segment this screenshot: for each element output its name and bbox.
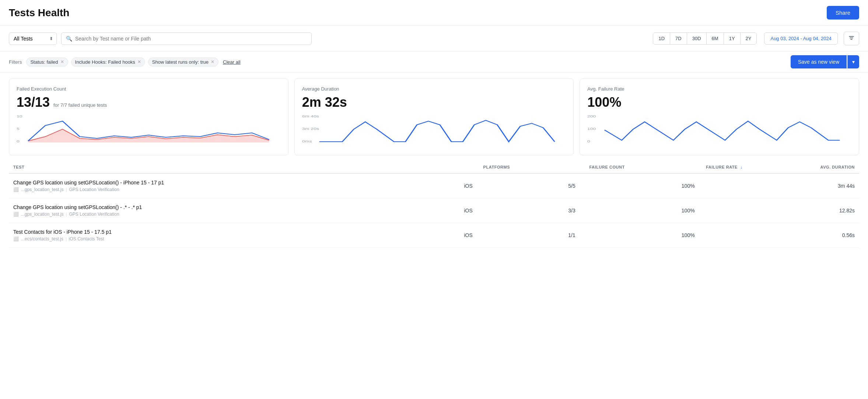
test-filter-select-wrap: All Tests ⬍ (9, 32, 57, 45)
time-btn-6m[interactable]: 6M (707, 33, 724, 44)
test-cell-2: Change GPS location using setGPSLocation… (9, 198, 422, 223)
time-range-buttons: 1D 7D 30D 6M 1Y 2Y (653, 32, 757, 45)
filter-tag-hooks-remove[interactable]: ✕ (137, 59, 141, 64)
test-file-3: ...ecs/contacts_test.js (21, 236, 63, 241)
failure-count-1: 5/5 (514, 173, 629, 198)
tests-table-section: TEST PLATFORMS FAILURE COUNT FAILURE RAT… (0, 161, 868, 257)
time-btn-7d[interactable]: 7D (670, 33, 687, 44)
card-failed-execution: Failed Execution Count 13/13 for 7/7 fai… (9, 78, 288, 155)
test-name-2: Change GPS location using setGPSLocation… (13, 204, 418, 210)
filter-tag-status-text: Status: failed (30, 59, 58, 65)
filter-tag-latest-runs-text: Show latest runs only: true (152, 59, 209, 65)
sort-icon: ↓ (741, 165, 743, 169)
filter-icon (848, 35, 854, 41)
file-icon-1: ⬜ (13, 187, 19, 192)
search-icon: 🔍 (66, 36, 72, 42)
test-name-1: Change GPS location using setGPSLocation… (13, 180, 418, 186)
card-failure-rate-label: Avg. Failure Rate (587, 86, 851, 92)
toolbar: All Tests ⬍ 🔍 1D 7D 30D 6M 1Y 2Y Aug 03,… (0, 26, 868, 52)
time-btn-2y[interactable]: 2Y (741, 33, 757, 44)
filter-tag-hooks[interactable]: Include Hooks: Failed hooks ✕ (71, 57, 145, 67)
filter-tag-latest-runs[interactable]: Show latest runs only: true ✕ (148, 57, 218, 67)
avg-duration-2: 12.82s (747, 198, 859, 223)
time-btn-30d[interactable]: 30D (687, 33, 707, 44)
save-view-button[interactable]: Save as new view (791, 55, 847, 68)
svg-text:200: 200 (587, 114, 596, 118)
filters-bar: Filters Status: failed ✕ Include Hooks: … (0, 52, 868, 73)
save-view-section: Save as new view ▾ (791, 55, 859, 68)
svg-text:5: 5 (17, 127, 20, 131)
search-input[interactable] (75, 36, 307, 42)
card-failed-sub: for 7/7 failed unique tests (53, 102, 107, 108)
sparkline-failed: 10 5 0 (17, 114, 281, 144)
failure-count-3: 1/1 (514, 223, 629, 248)
card-avg-duration-number: 2m 32s (302, 95, 347, 110)
chart-failed-execution: 10 5 0 (17, 114, 281, 148)
table-body: Change GPS location using setGPSLocation… (9, 173, 859, 248)
failure-count-2: 3/3 (514, 198, 629, 223)
col-test: TEST (9, 161, 422, 173)
table-header: TEST PLATFORMS FAILURE COUNT FAILURE RAT… (9, 161, 859, 173)
path-sep-2: | (66, 212, 67, 217)
test-cell-3: Test Contacts for iOS - iPhone 15 - 17.5… (9, 223, 422, 248)
page-header: Tests Health Share (0, 0, 868, 26)
test-file-1: ...gps_location_test.js (21, 187, 63, 192)
test-suite-1: GPS Location Verification (69, 187, 119, 192)
failure-rate-1: 100% (629, 173, 747, 198)
svg-text:100: 100 (587, 127, 596, 131)
test-path-3: ⬜ ...ecs/contacts_test.js | iOS Contacts… (13, 236, 418, 241)
file-icon-3: ⬜ (13, 236, 19, 241)
save-view-dropdown-button[interactable]: ▾ (847, 55, 859, 68)
failure-rate-3: 100% (629, 223, 747, 248)
sparkline-failure-rate: 200 100 0 (587, 114, 851, 144)
svg-text:0ms: 0ms (302, 140, 312, 143)
test-suite-3: iOS Contacts Test (69, 236, 104, 241)
test-path-2: ⬜ ...gps_location_test.js | GPS Location… (13, 212, 418, 217)
col-failure-rate: FAILURE RATE ↓ (629, 161, 747, 173)
card-avg-duration-value: 2m 32s (302, 95, 566, 110)
filter-tag-status-remove[interactable]: ✕ (60, 59, 64, 64)
svg-text:0: 0 (587, 140, 590, 143)
card-avg-duration-label: Average Duration (302, 86, 566, 92)
time-btn-1d[interactable]: 1D (653, 33, 670, 44)
card-avg-duration: Average Duration 2m 32s 6m 40s 3m 20s 0m… (294, 78, 574, 155)
clear-all-button[interactable]: Clear all (223, 59, 241, 65)
test-name-3: Test Contacts for iOS - iPhone 15 - 17.5… (13, 229, 418, 235)
date-range-button[interactable]: Aug 03, 2024 - Aug 04, 2024 (764, 32, 838, 45)
svg-text:0: 0 (17, 140, 20, 143)
table-row: Change GPS location using setGPSLocation… (9, 173, 859, 198)
filter-icon-button[interactable] (844, 32, 859, 45)
chart-avg-duration: 6m 40s 3m 20s 0ms (302, 114, 566, 148)
platforms-2: iOS (422, 198, 514, 223)
failure-rate-2: 100% (629, 198, 747, 223)
share-button[interactable]: Share (827, 6, 859, 20)
svg-text:6m 40s: 6m 40s (302, 114, 319, 118)
table-row: Change GPS location using setGPSLocation… (9, 198, 859, 223)
time-btn-1y[interactable]: 1Y (724, 33, 741, 44)
card-failed-value: 13/13 for 7/7 failed unique tests (17, 95, 281, 110)
filter-tag-hooks-text: Include Hooks: Failed hooks (75, 59, 135, 65)
card-failed-label: Failed Execution Count (17, 86, 281, 92)
card-failure-rate-number: 100% (587, 95, 621, 110)
summary-cards: Failed Execution Count 13/13 for 7/7 fai… (0, 73, 868, 161)
avg-duration-3: 0.56s (747, 223, 859, 248)
platforms-3: iOS (422, 223, 514, 248)
col-failure-count: FAILURE COUNT (514, 161, 629, 173)
path-sep-1: | (66, 187, 67, 192)
svg-text:10: 10 (17, 114, 22, 118)
col-avg-duration: AVG. DURATION (747, 161, 859, 173)
search-bar: 🔍 (61, 32, 312, 45)
card-failed-number: 13/13 (17, 95, 50, 110)
test-filter-select[interactable]: All Tests (9, 32, 57, 45)
platforms-1: iOS (422, 173, 514, 198)
col-platforms: PLATFORMS (422, 161, 514, 173)
test-path-1: ⬜ ...gps_location_test.js | GPS Location… (13, 187, 418, 192)
test-file-2: ...gps_location_test.js (21, 212, 63, 217)
card-failure-rate-value: 100% (587, 95, 851, 110)
card-failure-rate: Avg. Failure Rate 100% 200 100 0 (580, 78, 859, 155)
filter-tag-status[interactable]: Status: failed ✕ (26, 57, 68, 67)
filter-tag-latest-runs-remove[interactable]: ✕ (211, 59, 214, 64)
file-icon-2: ⬜ (13, 212, 19, 217)
chart-failure-rate: 200 100 0 (587, 114, 851, 148)
tests-table: TEST PLATFORMS FAILURE COUNT FAILURE RAT… (9, 161, 859, 248)
